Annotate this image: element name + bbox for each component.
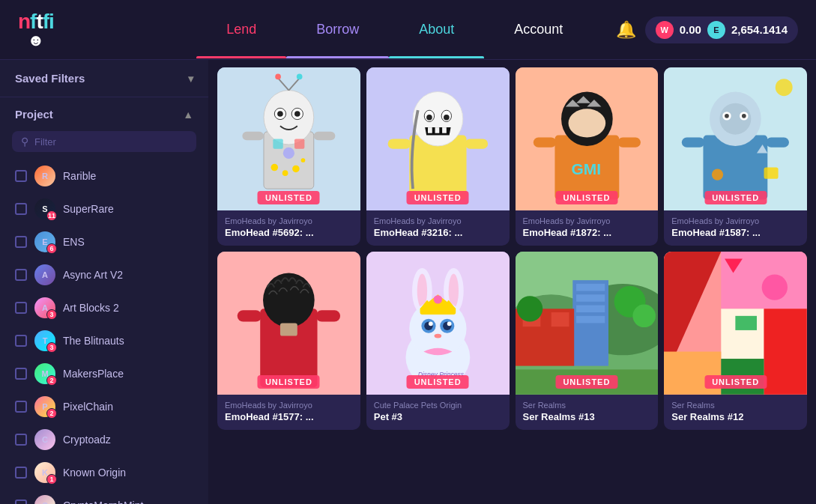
checkbox-makersplace[interactable] [15,368,27,380]
label-cryptoadz: Cryptoadz [63,434,193,446]
svg-point-9 [283,148,294,159]
nft-card-pet-3[interactable]: Disney Princess UNLISTED Cute Palace Pet… [366,252,510,430]
checkbox-blitnauts[interactable] [15,335,27,347]
nft-image-pet-3: Disney Princess UNLISTED [366,252,510,395]
checkbox-knownorigin[interactable] [15,467,27,479]
label-makersplace: MakersPlace [63,368,193,380]
nft-badge-pet-3: UNLISTED [407,375,469,389]
nft-card-emohead-1587[interactable]: UNLISTED EmoHeads by Javirroyo EmoHead #… [664,67,807,246]
avatar-async: A [34,264,55,285]
project-label: Project [15,108,53,121]
nft-name-emohead-5692: EmoHead #5692: ... [225,227,353,238]
nft-collection-emohead-5692: EmoHeads by Javirroyo [225,216,353,225]
checkbox-async[interactable] [15,269,27,281]
sidebar-item-knownorigin[interactable]: K 1 Known Origin [0,456,208,489]
nft-collection-emohead-3216: EmoHeads by Javirroyo [374,216,502,225]
nft-collection-emohead-1872: EmoHeads by Javirroyo [523,216,651,225]
avatar-cryptomorph: C 1 [34,495,55,504]
filter-search-box[interactable]: ⚲ [12,131,196,152]
sidebar-item-blitnauts[interactable]: T 3 The Blitnauts [0,324,208,357]
label-rarible: Rarible [63,170,193,182]
svg-point-49 [742,114,746,118]
nft-badge-sr-13: UNLISTED [555,375,617,389]
svg-point-80 [433,295,441,303]
svg-point-25 [426,115,432,121]
checkbox-superrare[interactable] [15,203,27,215]
nft-card-emohead-1577[interactable]: UNLISTED EmoHeads by Javirroyo EmoHead #… [217,252,360,430]
tab-lend[interactable]: Lend [196,1,286,58]
sidebar-item-cryptoadz[interactable]: C Cryptoadz [0,423,208,456]
sidebar-item-rarible[interactable]: R Rarible [0,160,208,192]
nft-info-pet-3: Cute Palace Pets Origin Pet #3 [366,395,510,430]
tab-account[interactable]: Account [484,1,593,58]
sidebar-item-makersplace[interactable]: M 2 MakersPlace [0,357,208,390]
svg-rect-27 [428,127,432,133]
nft-grid: UNLISTED EmoHeads by Javirroyo EmoHead #… [217,67,807,430]
wallet-eth-balance: 0.00 [680,23,701,36]
nft-info-emohead-1872: EmoHeads by Javirroyo EmoHead #1872: ... [516,210,659,246]
svg-rect-54 [767,137,790,147]
logo-smile: ☻ [27,31,44,50]
nft-name-sr-12: Ser Realms #12 [671,411,800,422]
avatar-knownorigin: K 1 [34,462,55,483]
nft-badge-emohead-1587: UNLISTED [704,191,767,204]
svg-rect-31 [465,139,488,148]
nft-card-sr-12[interactable]: UNLISTED Ser Realms Ser Realms #12 [664,252,807,430]
sidebar-item-async[interactable]: A Async Art V2 [0,258,208,291]
logo: nftfi ☻ [18,10,54,50]
nft-collection-sr-12: Ser Realms [671,401,800,410]
tab-borrow[interactable]: Borrow [286,1,389,58]
nft-card-emohead-3216[interactable]: UNLISTED EmoHeads by Javirroyo EmoHead #… [366,67,510,246]
main-content: Saved Filters ▾ Project ▲ ⚲ R Rarible S … [0,60,816,504]
svg-rect-61 [316,310,340,321]
svg-point-18 [292,166,300,173]
checkbox-artblocks[interactable] [15,302,27,314]
nft-image-emohead-1872: GMI UNLISTED [516,67,659,210]
nft-name-sr-13: Ser Realms #13 [523,411,651,422]
svg-text:GMI: GMI [571,160,601,177]
svg-point-5 [277,111,283,117]
checkbox-cryptoadz[interactable] [15,434,27,446]
checkbox-cryptomorph[interactable] [15,500,27,504]
project-filter-header[interactable]: Project ▲ [0,97,208,131]
tab-about[interactable]: About [389,1,484,58]
header-right: 🔔 W 0.00 E 2,654.1414 [616,16,798,43]
nft-card-emohead-5692[interactable]: UNLISTED EmoHeads by Javirroyo EmoHead #… [217,67,360,246]
nft-collection-emohead-1577: EmoHeads by Javirroyo [225,401,353,410]
checkbox-rarible[interactable] [15,170,27,182]
saved-filters-header[interactable]: Saved Filters ▾ [0,60,208,97]
nft-collection-emohead-1587: EmoHeads by Javirroyo [671,216,800,225]
svg-point-16 [271,164,279,171]
checkbox-pixelchain[interactable] [15,401,27,413]
svg-rect-89 [576,305,605,312]
nft-image-emohead-1577: UNLISTED [217,252,360,395]
badge-superrare: 11 [46,210,57,221]
nft-info-sr-12: Ser Realms Ser Realms #12 [664,395,807,430]
svg-point-94 [516,296,542,321]
wallet-badge[interactable]: W 0.00 E 2,654.1414 [645,16,798,43]
nft-image-emohead-3216: UNLISTED [366,67,510,210]
svg-point-96 [632,304,656,327]
saved-filters-chevron-icon: ▾ [188,73,193,85]
svg-point-26 [444,115,450,121]
svg-point-13 [275,74,281,80]
nft-name-emohead-1872: EmoHead #1872: ... [523,227,651,238]
svg-point-22 [413,91,463,145]
svg-rect-7 [273,139,282,148]
avatar-superrare: S 11 [34,198,55,219]
sidebar-item-pixelchain[interactable]: P 2 PixelChain [0,390,208,423]
sidebar-item-superrare[interactable]: S 11 SuperRare [0,192,208,225]
avatar-artblocks: A 3 [34,297,55,318]
checkbox-ens[interactable] [15,236,27,248]
notification-bell-icon[interactable]: 🔔 [616,20,636,40]
svg-rect-93 [551,312,569,327]
nft-card-sr-13[interactable]: UNLISTED Ser Realms Ser Realms #13 [516,252,659,430]
sidebar-item-ens[interactable]: E 6 ENS [0,225,208,258]
sidebar-item-cryptomorph[interactable]: C 1 CryptoMorphMint [0,489,208,504]
label-artblocks: Art Blocks 2 [63,302,193,314]
filter-search-input[interactable] [34,136,187,148]
sidebar-item-artblocks[interactable]: A 3 Art Blocks 2 [0,291,208,324]
svg-rect-102 [764,309,807,394]
svg-point-6 [294,111,300,117]
nft-card-emohead-1872[interactable]: GMI UNLISTED EmoHeads by Javirroyo EmoHe… [516,67,659,246]
